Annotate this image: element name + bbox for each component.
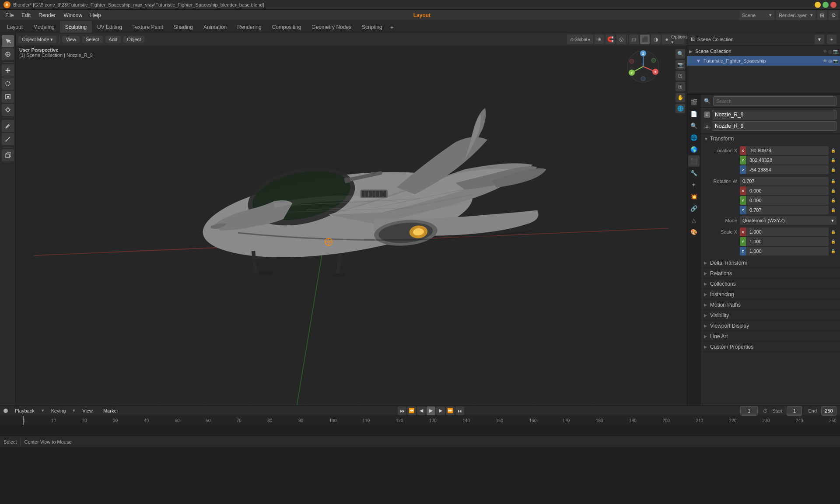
minimize-button[interactable] [815,2,821,8]
transform-header[interactable]: ▼ Transform [700,133,840,144]
scale-z-lock[interactable]: 🔒 [830,249,836,253]
tab-constraints[interactable]: 🔗 [688,203,700,214]
viewport-extra-btn[interactable]: ⊞ [676,82,685,91]
gizmo-svg[interactable]: Z X Y [626,49,661,84]
prev-keyframe-btn[interactable]: ⏪ [407,406,416,415]
scale-y-lock[interactable]: 🔒 [830,239,836,244]
scale-x-lock[interactable]: 🔒 [830,230,836,234]
tool-cursor[interactable] [2,48,14,60]
menu-file[interactable]: File [2,11,17,19]
location-x-field[interactable]: X -90.80978 [740,146,829,155]
tab-view-layer[interactable]: 🔍 [688,120,700,131]
rot-x-lock[interactable]: 🔒 [830,189,836,193]
scale-x-field[interactable]: X 1.000 [740,228,829,236]
tab-object[interactable]: ⬛ [688,155,700,167]
line-art-section[interactable]: ▶ Line Art [700,331,840,342]
tab-uv-editing[interactable]: UV Editing [92,21,127,33]
loc-z-lock[interactable]: 🔒 [830,168,836,172]
location-z-field[interactable]: Z -54.23854 [740,165,829,174]
add-workspace-btn[interactable]: + [388,23,396,32]
menu-edit[interactable]: Edit [18,11,34,19]
play-start-btn[interactable]: ⏮ [398,406,406,415]
local-view-btn[interactable]: 🌐 [676,104,685,113]
viewport-options-btn[interactable]: Options ▾ [675,35,684,44]
tab-animation[interactable]: Animation [198,21,232,33]
rotation-y-field[interactable]: Y 0.000 [740,196,829,205]
playback-btn[interactable]: Playback [11,407,38,414]
props-search-input[interactable] [713,96,836,106]
tab-scene[interactable]: 🌐 [688,132,700,143]
outliner-filter-btn[interactable]: ▼ [815,35,824,44]
play-btn[interactable]: ▶ [427,406,435,415]
tool-rotate[interactable] [2,77,14,90]
start-frame-input[interactable] [787,406,802,416]
menu-render[interactable]: Render [35,11,59,19]
scale-y-field[interactable]: Y 1.000 [740,237,829,246]
location-y-field[interactable]: Y 302.48328 [740,156,829,164]
material-view-btn[interactable]: ◑ [651,35,661,44]
delta-transform-section[interactable]: ▶ Delta Transform [700,258,840,268]
tab-particles[interactable]: ✦ [688,179,700,190]
next-keyframe-btn[interactable]: ⏩ [446,406,455,415]
tool-annotate[interactable] [2,120,14,132]
relations-section[interactable]: ▶ Relations [700,268,840,279]
snap-toggle-btn[interactable]: 🧲 [606,35,615,44]
keying-btn[interactable]: Keying [48,407,70,414]
zoom-in-btn[interactable]: 🔍 [676,49,685,59]
viewport-canvas[interactable] [16,33,687,405]
tool-measure[interactable] [2,133,14,145]
tab-output[interactable]: 📄 [688,108,700,119]
tab-material[interactable]: 🎨 [688,226,700,238]
tab-modifier[interactable]: 🔧 [688,167,700,178]
add-menu-btn[interactable]: Add [105,36,121,43]
instancing-section[interactable]: ▶ Instancing [700,289,840,300]
object-data-input[interactable] [712,121,836,131]
rot-z-lock[interactable]: 🔒 [830,208,836,212]
tab-scripting[interactable]: Scripting [357,21,388,33]
visibility-section[interactable]: ▶ Visibility [700,310,840,321]
rendered-view-btn[interactable]: ● [662,35,672,44]
proportional-edit-btn[interactable]: ◎ [616,35,626,44]
tool-scale[interactable] [2,91,14,103]
tool-add-cube[interactable] [2,149,14,161]
tool-transform[interactable] [2,104,14,116]
rotation-z-field[interactable]: Z 0.707 [740,206,829,214]
close-button[interactable] [830,2,836,8]
step-back-btn[interactable]: ◀ [417,406,426,415]
tab-modeling[interactable]: Modeling [28,21,60,33]
tab-shading[interactable]: Shading [168,21,198,33]
tab-rendering[interactable]: Rendering [232,21,266,33]
viewport[interactable]: Object Mode ▾ View Select Add Object ⊙ G… [16,33,687,405]
maximize-button[interactable] [822,2,829,8]
tool-select[interactable] [2,35,14,47]
menu-window[interactable]: Window [60,11,86,19]
editor-type-btn[interactable]: ⊞ [817,10,827,20]
tab-compositing[interactable]: Compositing [267,21,307,33]
tab-data[interactable]: △ [688,214,700,226]
rotation-w-field[interactable]: 0.707 [740,177,829,186]
current-frame-input[interactable] [740,406,758,416]
object-mode-btn[interactable]: Object Mode ▾ [18,36,56,43]
viewport-gizmo[interactable]: Z X Y [626,49,661,84]
loc-x-lock[interactable]: 🔒 [830,148,836,153]
tab-sculpting[interactable]: Sculpting [60,21,92,33]
tab-geometry-nodes[interactable]: Geometry Nodes [306,21,357,33]
solid-view-btn[interactable]: ⬛ [640,35,650,44]
scene-collection-item[interactable]: ▶ Scene Collection 👁 ◎ 📷 [687,46,840,56]
rot-y-lock[interactable]: 🔒 [830,198,836,203]
pan-btn[interactable]: ✋ [676,93,685,102]
rot-w-lock[interactable]: 🔒 [830,179,836,183]
menu-help[interactable]: Help [87,11,105,19]
marker-btn[interactable]: Marker [100,407,122,414]
select-menu-btn[interactable]: Select [82,36,103,43]
end-frame-input[interactable] [821,406,836,416]
tab-layout[interactable]: Layout [2,21,28,33]
object-props-btn[interactable]: ⊡ [676,71,685,80]
rotation-x-field[interactable]: X 0.000 [740,186,829,195]
render-layer-selector[interactable]: RenderLayer ▾ [776,10,816,20]
tab-texture-paint[interactable]: Texture Paint [127,21,168,33]
viewport-display-section[interactable]: ▶ Viewport Display [700,321,840,331]
object-name-input[interactable] [712,110,836,119]
play-end-btn[interactable]: ⏭ [455,406,464,415]
outliner-new-collection-btn[interactable]: + [827,35,836,44]
